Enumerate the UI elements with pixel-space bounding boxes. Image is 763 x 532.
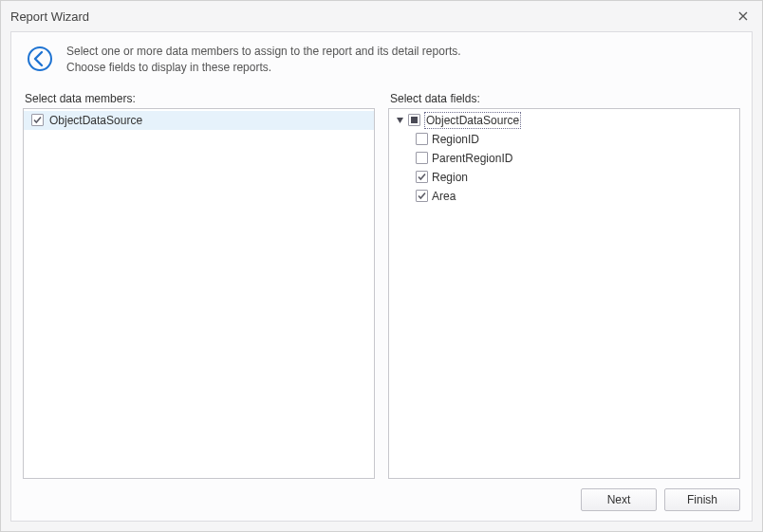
field-row[interactable]: Region <box>389 168 739 187</box>
field-row[interactable]: Area <box>389 187 739 206</box>
member-row[interactable]: ObjectDataSource <box>24 111 374 130</box>
instruction-line-2: Choose fields to display in these report… <box>66 60 461 76</box>
fields-label: Select data fields: <box>388 92 740 105</box>
close-icon <box>738 11 748 21</box>
field-root-label: ObjectDataSource <box>426 114 519 127</box>
member-label: ObjectDataSource <box>49 114 142 127</box>
field-label: RegionID <box>432 133 479 146</box>
fields-column: Select data fields: ObjectDataSource <box>388 92 740 479</box>
members-listbox[interactable]: ObjectDataSource <box>23 108 375 479</box>
member-checkbox[interactable] <box>31 114 44 126</box>
members-column: Select data members: ObjectDataSource <box>23 92 375 479</box>
field-label: ParentRegionID <box>432 152 512 165</box>
field-row[interactable]: RegionID <box>389 130 739 149</box>
field-root-checkbox[interactable] <box>408 114 420 126</box>
next-button[interactable]: Next <box>581 488 657 511</box>
field-checkbox[interactable] <box>416 133 428 145</box>
field-checkbox[interactable] <box>416 190 428 202</box>
checkmark-icon <box>417 191 427 201</box>
field-label: Region <box>432 171 468 184</box>
field-checkbox[interactable] <box>416 152 428 164</box>
titlebar: Report Wizard <box>1 1 762 31</box>
checkmark-icon <box>32 115 43 125</box>
field-checkbox[interactable] <box>416 171 428 183</box>
footer: Next Finish <box>23 479 740 511</box>
content-frame: Select one or more data members to assig… <box>10 31 753 522</box>
wizard-header: Select one or more data members to assig… <box>23 44 740 77</box>
close-button[interactable] <box>734 7 753 26</box>
columns: Select data members: ObjectDataSource Se… <box>23 92 740 479</box>
arrow-left-circle-icon <box>27 46 53 72</box>
field-row[interactable]: ParentRegionID <box>389 149 739 168</box>
members-label: Select data members: <box>23 92 375 105</box>
instruction-line-1: Select one or more data members to assig… <box>66 44 461 60</box>
field-label: Area <box>432 190 456 203</box>
instructions: Select one or more data members to assig… <box>66 44 461 77</box>
expand-toggle[interactable] <box>395 116 404 125</box>
checkmark-icon <box>417 172 427 182</box>
field-root[interactable]: ObjectDataSource <box>389 111 739 130</box>
fields-tree[interactable]: ObjectDataSource RegionID <box>388 108 740 479</box>
window-title: Report Wizard <box>10 9 734 24</box>
finish-button[interactable]: Finish <box>664 488 740 511</box>
svg-point-0 <box>28 47 51 70</box>
chevron-down-icon <box>396 116 404 124</box>
field-root-label-wrap: ObjectDataSource <box>424 112 521 129</box>
report-wizard-window: Report Wizard Select one or more data me… <box>0 0 763 532</box>
back-button[interactable] <box>27 46 53 72</box>
